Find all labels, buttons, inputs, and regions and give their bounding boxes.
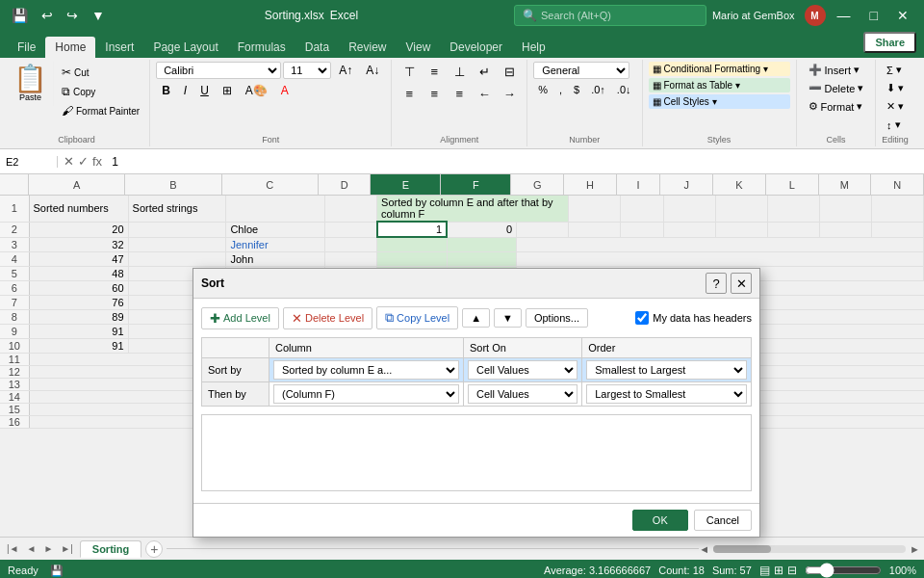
col-header-I[interactable]: I: [617, 174, 661, 195]
tab-developer[interactable]: Developer: [440, 37, 512, 58]
cancel-button[interactable]: Cancel: [694, 510, 752, 531]
scroll-right-btn[interactable]: ►: [910, 543, 920, 555]
cell-D2[interactable]: [325, 222, 377, 237]
cell-L2[interactable]: [768, 222, 820, 237]
col-header-M[interactable]: M: [819, 174, 872, 195]
tab-page-layout[interactable]: Page Layout: [143, 37, 227, 58]
cell-A2[interactable]: 20: [29, 222, 128, 237]
order-1-cell[interactable]: Smallest to Largest: [582, 358, 752, 382]
underline-button[interactable]: U: [194, 82, 215, 99]
cell-D1[interactable]: [325, 196, 377, 222]
comma-button[interactable]: ,: [554, 82, 567, 97]
cell-K1[interactable]: [716, 196, 768, 222]
col-header-G[interactable]: G: [511, 174, 564, 195]
cell-A6[interactable]: 60: [29, 280, 128, 295]
tab-review[interactable]: Review: [339, 37, 396, 58]
share-button[interactable]: Share: [863, 32, 916, 53]
dialog-close-button[interactable]: ✕: [731, 273, 752, 294]
cell-G2[interactable]: [517, 222, 569, 237]
cell-H1[interactable]: [569, 196, 621, 222]
sort-dialog[interactable]: Sort ? ✕ ✚ Add Level ✕ Delete Level ⧉: [192, 268, 760, 538]
ok-button[interactable]: OK: [632, 510, 688, 531]
col-header-N[interactable]: N: [871, 174, 924, 195]
cell-B3[interactable]: [128, 237, 226, 251]
cell-C1[interactable]: [226, 196, 325, 222]
format-painter-button[interactable]: 🖌 Format Painter: [58, 102, 143, 119]
cell-H2[interactable]: [569, 222, 621, 237]
col-header-E[interactable]: E: [371, 174, 441, 195]
col-header-J[interactable]: J: [660, 174, 713, 195]
cell-A10[interactable]: 91: [29, 338, 128, 353]
cell-F3[interactable]: [447, 237, 517, 251]
confirm-formula-icon[interactable]: ✓: [78, 154, 89, 169]
cell-F2[interactable]: 0: [447, 222, 517, 237]
page-layout-btn[interactable]: ⊞: [774, 564, 783, 577]
cell-A4[interactable]: 47: [29, 251, 128, 266]
tab-home[interactable]: Home: [45, 37, 95, 58]
options-button[interactable]: Options...: [526, 308, 588, 328]
order-2-select[interactable]: Largest to Smallest: [586, 384, 747, 404]
cell-N1[interactable]: [871, 196, 923, 222]
normal-view-btn[interactable]: ▤: [759, 564, 770, 577]
align-top-button[interactable]: ⊤: [398, 62, 421, 81]
minimize-button[interactable]: —: [830, 6, 859, 25]
increase-font-button[interactable]: A↑: [333, 62, 358, 79]
cell-A5[interactable]: 48: [29, 266, 128, 280]
sort-on-1-cell[interactable]: Cell Values: [463, 358, 581, 382]
then-by-col-select[interactable]: (Column F): [273, 384, 459, 404]
sheet-next-btn[interactable]: ►: [40, 542, 56, 555]
font-color-button[interactable]: A: [275, 82, 295, 99]
cell-styles-button[interactable]: ▦ Cell Styles ▾: [649, 94, 790, 109]
align-right-button[interactable]: ≡: [448, 84, 471, 103]
cell-N2[interactable]: [871, 222, 923, 237]
cell-A1[interactable]: Sorted numbers: [29, 196, 128, 222]
copy-button[interactable]: ⧉ Copy: [58, 83, 143, 100]
tab-formulas[interactable]: Formulas: [228, 37, 295, 58]
bold-button[interactable]: B: [156, 82, 176, 99]
search-input[interactable]: [541, 10, 685, 21]
cell-E3[interactable]: [377, 237, 448, 251]
sort-by-col-select[interactable]: Sorted by column E a...: [273, 360, 459, 380]
format-button[interactable]: ⚙ Format ▾: [803, 98, 870, 115]
scrollbar-thumb[interactable]: [713, 545, 771, 553]
delete-button[interactable]: ➖ Delete ▾: [803, 80, 870, 96]
currency-button[interactable]: $: [569, 82, 584, 97]
col-header-H[interactable]: H: [564, 174, 617, 195]
close-button[interactable]: ✕: [889, 6, 916, 25]
col-header-C[interactable]: C: [222, 174, 319, 195]
percent-button[interactable]: %: [533, 82, 552, 97]
tab-help[interactable]: Help: [512, 37, 555, 58]
cell-E2-active[interactable]: 1: [377, 222, 448, 237]
cell-M1[interactable]: [820, 196, 872, 222]
maximize-button[interactable]: □: [862, 6, 886, 25]
cell-E1[interactable]: Sorted by column E and after that by col…: [377, 196, 569, 222]
font-size-select[interactable]: 11: [283, 62, 331, 79]
insert-function-icon[interactable]: fx: [92, 154, 102, 169]
page-break-btn[interactable]: ⊟: [787, 564, 797, 577]
sort-filter-button[interactable]: ↕ ▾: [883, 117, 908, 133]
move-up-button[interactable]: ▲: [462, 308, 490, 328]
decrease-decimal-button[interactable]: .0↓: [612, 82, 636, 97]
cell-J1[interactable]: [664, 196, 716, 222]
cell-C4[interactable]: John: [226, 251, 325, 266]
number-format-select[interactable]: General: [533, 62, 629, 79]
fill-button[interactable]: ⬇ ▾: [883, 80, 908, 96]
then-by-col-cell[interactable]: (Column F): [270, 382, 464, 407]
delete-level-button[interactable]: ✕ Delete Level: [283, 307, 372, 329]
col-header-F[interactable]: F: [441, 174, 511, 195]
tab-insert[interactable]: Insert: [95, 37, 143, 58]
undo-icon[interactable]: ↩: [38, 6, 57, 25]
cell-F4[interactable]: [447, 251, 517, 266]
cell-reference[interactable]: E2: [0, 156, 58, 168]
save-icon[interactable]: 💾: [8, 6, 32, 25]
wrap-text-button[interactable]: ↵: [473, 62, 496, 81]
col-header-D[interactable]: D: [319, 174, 372, 195]
paste-button[interactable]: 📋 Paste: [8, 62, 54, 106]
sheet-prev-btn[interactable]: ◄: [24, 542, 39, 555]
cell-B4[interactable]: [128, 251, 226, 266]
tab-file[interactable]: File: [8, 37, 45, 58]
user-avatar[interactable]: M: [805, 5, 826, 26]
sort-on-1-select[interactable]: Cell Values: [468, 360, 578, 380]
sort-on-2-select[interactable]: Cell Values: [468, 384, 578, 404]
order-2-cell[interactable]: Largest to Smallest: [582, 382, 752, 407]
